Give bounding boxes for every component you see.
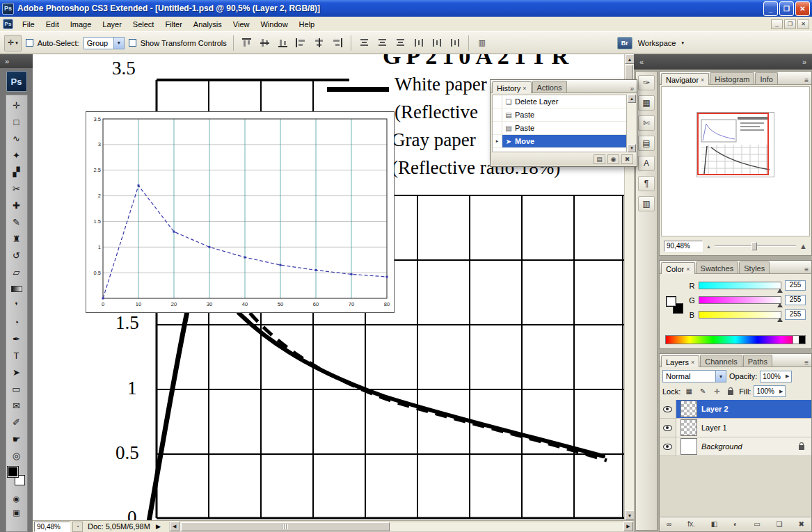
history-brush-tool[interactable]: ↺ <box>7 247 26 264</box>
menu-view[interactable]: View <box>228 18 255 31</box>
zoom-slider[interactable] <box>715 241 796 251</box>
menu-image[interactable]: Image <box>65 18 97 31</box>
foreground-color-swatch[interactable] <box>8 467 18 477</box>
marquee-tool[interactable]: □ <box>7 113 26 130</box>
gradient-tool[interactable] <box>7 280 26 297</box>
tab-history[interactable]: History × <box>492 81 532 93</box>
hand-tool[interactable]: ☛ <box>7 430 26 447</box>
scroll-left-icon[interactable]: ◀ <box>170 522 180 531</box>
tab-color[interactable]: Color × <box>661 262 695 274</box>
layer-thumbnail[interactable] <box>680 438 697 455</box>
tab-close-icon[interactable]: × <box>523 85 526 92</box>
tab-navigator[interactable]: Navigator × <box>661 73 709 85</box>
go-to-bridge-button[interactable]: Br <box>617 37 632 49</box>
tool-presets-panel-icon[interactable]: ▦ <box>638 95 655 111</box>
blend-mode-dropdown[interactable]: Normal ▾ <box>662 370 726 382</box>
character-panel-icon[interactable]: A <box>638 156 655 171</box>
layer-name[interactable]: Layer 2 <box>701 405 729 413</box>
link-layers-icon[interactable]: ∞ <box>667 520 671 528</box>
history-state-main[interactable]: ❏ Delete Layer <box>502 95 626 108</box>
tab-layers[interactable]: Layers × <box>661 355 699 367</box>
panel-menu-icon[interactable]: ≡ <box>804 266 809 273</box>
expand-dock-icon[interactable]: « <box>639 58 644 66</box>
menu-analysis[interactable]: Analysis <box>188 18 228 31</box>
slider-thumb-icon[interactable] <box>777 318 783 322</box>
path-selection-tool[interactable]: ➤ <box>7 364 26 380</box>
minimize-button[interactable]: _ <box>763 1 778 16</box>
scroll-down-icon[interactable]: ▼ <box>628 144 636 152</box>
navigator-thumbnail[interactable] <box>696 112 774 177</box>
scrubby-arrow-icon[interactable]: ▶ <box>779 389 783 394</box>
layer-style-icon[interactable]: fx. <box>687 520 695 528</box>
lock-position-button[interactable]: ✛ <box>711 386 722 396</box>
crop-tool[interactable]: ▞ <box>7 163 26 180</box>
slider-thumb-icon[interactable] <box>777 303 783 307</box>
align-horizontal-centers-button[interactable] <box>312 36 326 50</box>
panel-menu-icon[interactable]: ≡ <box>804 359 809 366</box>
tab-swatches[interactable]: Swatches <box>696 261 739 273</box>
maximize-button[interactable]: ❐ <box>779 1 794 16</box>
history-state-main[interactable]: ➤ Move <box>502 135 626 147</box>
swatches-panel-icon[interactable]: ▥ <box>638 196 655 211</box>
tab-actions[interactable]: Actions <box>532 81 567 92</box>
tab-close-icon[interactable]: × <box>701 76 704 83</box>
align-right-edges-button[interactable] <box>331 36 344 50</box>
history-source-cell[interactable] <box>493 108 502 121</box>
horizontal-scrollbar[interactable]: ◀ ▶ <box>169 522 634 532</box>
auto-select-checkbox[interactable] <box>26 39 33 47</box>
close-button[interactable]: ✕ <box>795 1 810 16</box>
history-source-cell[interactable] <box>493 122 502 134</box>
history-source-cell[interactable] <box>493 95 502 108</box>
menu-edit[interactable]: Edit <box>40 18 65 31</box>
notes-tool[interactable]: ✉ <box>7 397 26 414</box>
menu-select[interactable]: Select <box>127 18 160 31</box>
layer-thumbnail[interactable] <box>680 401 697 417</box>
layer-comps-panel-icon[interactable]: ▤ <box>638 136 655 151</box>
history-state-paste-1[interactable]: ▤ Paste <box>493 108 626 122</box>
red-value-field[interactable]: 255 <box>785 280 806 291</box>
align-vertical-centers-button[interactable] <box>258 36 272 50</box>
scroll-up-icon[interactable]: ▲ <box>628 95 636 103</box>
status-clock-icon[interactable]: ◔ <box>72 522 83 532</box>
distribute-right-button[interactable] <box>448 36 462 50</box>
fill-field[interactable]: 100% ▶ <box>754 385 786 397</box>
black-chip[interactable] <box>799 336 805 344</box>
layer-thumbnail[interactable] <box>680 419 697 436</box>
history-scrollbar[interactable]: ▲ ▼ <box>628 95 636 152</box>
visibility-cell[interactable] <box>660 419 676 437</box>
layer-mask-icon[interactable]: ◧ <box>711 520 717 528</box>
white-chip[interactable] <box>793 336 799 344</box>
blur-tool[interactable]: ❜ <box>7 297 26 314</box>
lock-transparency-button[interactable]: ▦ <box>683 386 694 396</box>
doc-close-button[interactable]: ✕ <box>797 19 809 29</box>
color-spectrum-ramp[interactable] <box>665 335 806 344</box>
menu-filter[interactable]: Filter <box>159 18 187 31</box>
auto-select-dropdown[interactable]: Group ▾ <box>83 37 125 49</box>
menu-layer[interactable]: Layer <box>97 18 127 31</box>
pen-tool[interactable]: ✒ <box>7 330 26 347</box>
adjustment-layer-icon[interactable]: ◐ <box>733 520 738 528</box>
zoom-tool[interactable]: ◎ <box>7 447 26 464</box>
scroll-up-icon[interactable]: ▲ <box>625 54 635 64</box>
collapse-panel-icon[interactable]: » <box>630 85 634 92</box>
brush-tool[interactable]: ✎ <box>7 213 26 230</box>
layer-row-main[interactable]: Layer 1 <box>676 419 811 437</box>
opacity-field[interactable]: 100% ▶ <box>760 371 792 382</box>
distribute-top-button[interactable] <box>358 36 372 50</box>
history-state-move[interactable]: ▸ ➤ Move <box>493 135 626 148</box>
horizontal-scroll-thumb[interactable] <box>181 522 390 531</box>
show-transform-checkbox[interactable] <box>129 39 136 47</box>
screen-mode-button[interactable]: ▣ <box>8 506 25 519</box>
distribute-left-button[interactable] <box>412 36 426 50</box>
new-layer-icon[interactable]: ❏ <box>777 520 783 528</box>
history-state-pointer[interactable]: ▸ <box>493 135 502 147</box>
distribute-bottom-button[interactable] <box>394 36 408 50</box>
history-state-paste-2[interactable]: ▤ Paste <box>493 122 626 135</box>
status-popup-arrow-icon[interactable]: ▶ <box>156 523 161 530</box>
paragraph-panel-icon[interactable]: ¶ <box>638 176 655 191</box>
layer-group-icon[interactable]: ▭ <box>754 520 760 528</box>
distribute-center-button[interactable] <box>430 36 444 50</box>
history-palette[interactable]: History × Actions » ❏ Delete Layer ▤ Pas… <box>490 79 637 167</box>
zoom-slider-thumb[interactable] <box>751 242 757 250</box>
clone-source-panel-icon[interactable]: ✄ <box>638 115 655 131</box>
